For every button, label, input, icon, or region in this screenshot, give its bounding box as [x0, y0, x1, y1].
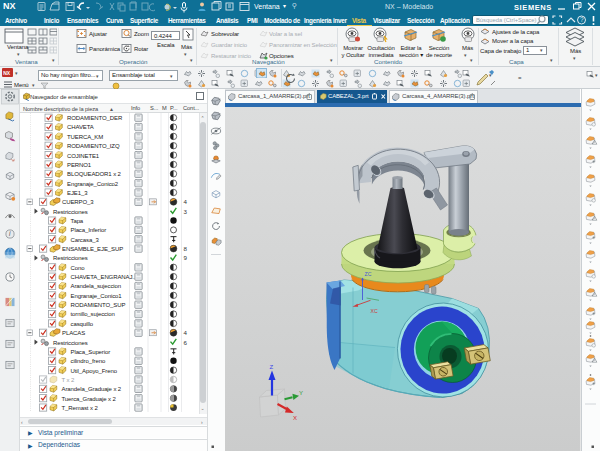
svg-text:ZC: ZC	[365, 270, 372, 276]
svg-text:EJE1_3: EJE1_3	[67, 189, 88, 195]
svg-text:X: X	[293, 414, 297, 420]
svg-text:CHAVETA_ENGRANAJ...: CHAVETA_ENGRANAJ...	[71, 274, 138, 280]
svg-text:Tuerca_Graduaje x 2: Tuerca_Graduaje x 2	[62, 395, 117, 401]
svg-text:Restricciones: Restricciones	[53, 208, 88, 214]
svg-text:T x 2: T x 2	[62, 376, 75, 382]
svg-text:BLOQUEADOR1 x 2: BLOQUEADOR1 x 2	[67, 171, 122, 177]
svg-text:Tapa: Tapa	[71, 217, 84, 223]
svg-text:Placa_Superior: Placa_Superior	[71, 348, 111, 354]
svg-text:6: 6	[184, 338, 188, 345]
svg-text:cilindro_freno: cilindro_freno	[71, 358, 106, 364]
svg-text:Placa_Inferior: Placa_Inferior	[71, 227, 107, 233]
svg-text:Arandela_sujeccion: Arandela_sujeccion	[71, 283, 122, 289]
svg-text:RODAMIENTO_SUP: RODAMIENTO_SUP	[71, 302, 126, 308]
svg-text:Y: Y	[299, 390, 303, 396]
svg-text:Restricciones: Restricciones	[53, 339, 88, 345]
svg-text:Engranaje_Conico2: Engranaje_Conico2	[67, 180, 119, 186]
svg-text:Carcasa_3: Carcasa_3	[71, 236, 100, 242]
svg-text:ENSAMBLE_EJE_SUP: ENSAMBLE_EJE_SUP	[62, 246, 123, 252]
svg-text:PERNO1: PERNO1	[67, 161, 92, 167]
svg-text:Arandela_Graduaje x 2: Arandela_Graduaje x 2	[62, 386, 122, 392]
svg-text:?: ?	[580, 16, 584, 23]
svg-text:T_Remast x 2: T_Remast x 2	[62, 404, 99, 410]
svg-text:Z: Z	[270, 363, 274, 369]
svg-text:4: 4	[184, 198, 188, 205]
svg-text:CHAVETA: CHAVETA	[67, 124, 94, 130]
svg-text:PLACAS: PLACAS	[62, 330, 85, 336]
svg-text:9: 9	[184, 254, 188, 261]
svg-text:casquillo: casquillo	[71, 320, 94, 326]
svg-text:RODAMIENTO_DER: RODAMIENTO_DER	[67, 115, 123, 121]
svg-text:8: 8	[184, 245, 188, 252]
svg-text:TUERCA_KM: TUERCA_KM	[67, 133, 103, 139]
svg-text:Restricciones: Restricciones	[53, 255, 88, 261]
svg-text:4: 4	[184, 329, 188, 336]
svg-text:tornillo_sujeccion: tornillo_sujeccion	[71, 311, 115, 317]
svg-text:COJINETE1: COJINETE1	[67, 152, 100, 158]
svg-text:Cono: Cono	[71, 264, 86, 270]
svg-text:Util_Apoyo_Freno: Util_Apoyo_Freno	[71, 367, 118, 373]
svg-text:CUERPO_3: CUERPO_3	[62, 199, 94, 205]
svg-text:Engranaje_Conico1: Engranaje_Conico1	[71, 292, 123, 298]
svg-text:XC: XC	[371, 307, 378, 313]
svg-text:RODAMIENTO_IZQ: RODAMIENTO_IZQ	[67, 143, 120, 149]
svg-text:3: 3	[184, 207, 188, 214]
